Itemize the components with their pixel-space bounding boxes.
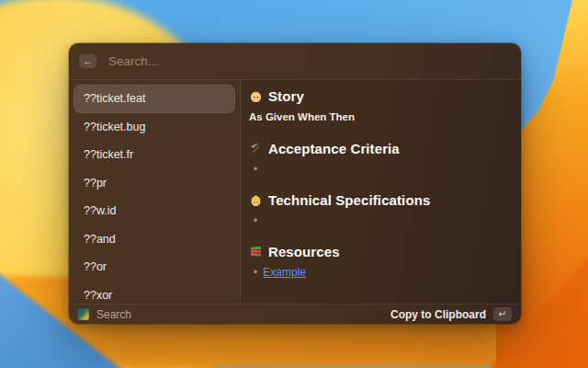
- empty-bullet: •: [254, 214, 512, 227]
- pickaxe-emoji: [249, 142, 263, 155]
- action-bar: Search Copy to Clipboard ↵: [69, 304, 521, 324]
- list-item-pr[interactable]: ??pr: [74, 169, 235, 198]
- bullet-marker: •: [254, 267, 257, 278]
- search-bar: ←: [69, 43, 521, 80]
- section-acceptance-criteria: Acceptance Criteria: [249, 139, 512, 157]
- list-item-and[interactable]: ??and: [74, 225, 235, 254]
- bullet-marker: •: [254, 164, 257, 175]
- copy-to-clipboard-button[interactable]: Copy to Clipboard ↵: [390, 307, 512, 321]
- resource-bullet: • Example: [254, 266, 512, 279]
- section-title-technical: Technical Specifications: [268, 192, 430, 208]
- empty-bullet: •: [254, 163, 512, 176]
- extension-app-icon: [77, 308, 89, 320]
- construction-worker-emoji: [249, 193, 263, 207]
- section-title-resources: Resources: [268, 244, 340, 259]
- left-arrow-icon: ←: [83, 56, 93, 66]
- list-item-or[interactable]: ??or: [74, 253, 235, 282]
- list-item-ticket-feat[interactable]: ??ticket.feat: [74, 85, 235, 113]
- return-key-icon: ↵: [493, 307, 512, 321]
- list-item-ticket-fr[interactable]: ??ticket.fr: [74, 141, 235, 169]
- section-title-acceptance: Acceptance Criteria: [268, 141, 400, 156]
- search-input[interactable]: [107, 53, 511, 69]
- section-story: Story: [249, 86, 512, 105]
- books-emoji: [249, 245, 263, 259]
- section-technical-specs: Technical Specifications: [249, 190, 512, 209]
- footer-command-label: Search: [96, 308, 131, 321]
- command-list: ??ticket.feat ??ticket.bug ??ticket.fr ?…: [69, 80, 241, 304]
- section-title-story: Story: [268, 88, 304, 104]
- person-blond-emoji: [249, 89, 263, 103]
- list-item-wid[interactable]: ??w.id: [74, 197, 235, 225]
- story-template-text: As Given When Then: [249, 111, 512, 124]
- copy-action-label: Copy to Clipboard: [390, 308, 486, 321]
- bullet-marker: •: [254, 215, 257, 226]
- example-link[interactable]: Example: [263, 266, 306, 279]
- back-button[interactable]: ←: [79, 54, 96, 68]
- list-item-ticket-bug[interactable]: ??ticket.bug: [74, 113, 235, 142]
- desktop: ← ??ticket.feat ??ticket.bug ??ticket.fr…: [0, 0, 588, 368]
- launcher-window: ← ??ticket.feat ??ticket.bug ??ticket.fr…: [69, 43, 521, 324]
- section-resources: Resources: [249, 242, 512, 260]
- detail-panel: Story As Given When Then Acceptance Crit…: [241, 80, 521, 304]
